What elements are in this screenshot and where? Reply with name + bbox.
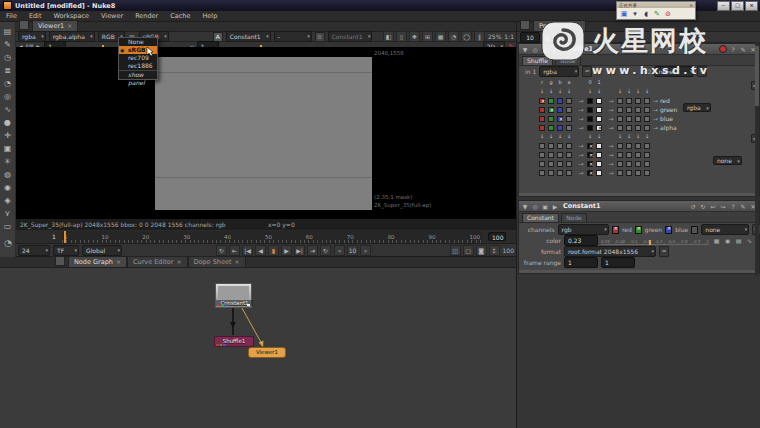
layers-icon[interactable]: ⊞ [422, 31, 433, 42]
shuffle-matrix-cell[interactable] [587, 152, 593, 158]
deep-icon[interactable]: ◍ [2, 169, 14, 181]
shuffle-matrix-cell[interactable] [557, 107, 563, 113]
shuffle-matrix-cell[interactable] [539, 143, 545, 149]
tab-properties[interactable]: Properties × [533, 20, 586, 31]
shuffle-matrix-cell[interactable] [596, 143, 602, 149]
shuffle-matrix-cell[interactable] [626, 125, 632, 131]
3d-icon[interactable]: ▣ [2, 143, 14, 155]
colorwheel-icon[interactable]: ◉ [723, 236, 732, 245]
node-viewer1[interactable]: Viewer1 [248, 347, 286, 358]
shuffle-matrix-cell[interactable] [548, 161, 554, 167]
clear-panels-icon[interactable]: ▭ [554, 33, 563, 42]
collapse-icon[interactable]: ▼ [521, 202, 529, 211]
checker-icon[interactable]: ❖ [409, 31, 420, 42]
share-menu-icon[interactable]: ▾ [631, 10, 639, 18]
pane-menu-icon[interactable] [19, 20, 29, 30]
tab-close-icon[interactable]: × [234, 258, 239, 266]
out2-dropdown[interactable]: none [713, 156, 742, 165]
shuffle-matrix-cell[interactable] [644, 161, 650, 167]
tab-close-icon[interactable]: × [176, 258, 181, 266]
inc-inc-icon[interactable]: » [360, 245, 371, 256]
timeline-end-field[interactable]: 100 [488, 232, 506, 241]
next-keyframe-icon[interactable]: ▶| [294, 245, 305, 256]
layer-dropdown[interactable]: rgba [18, 31, 46, 42]
shuffle-matrix-cell[interactable] [566, 143, 572, 149]
collapse-icon[interactable]: ▼ [521, 45, 529, 54]
frame-from-field[interactable]: 1 [564, 257, 598, 268]
format-dropdown[interactable]: root.format 2048x1556 [564, 246, 656, 257]
shuffle-matrix-cell[interactable] [626, 116, 632, 122]
metadata-icon[interactable]: ◈ [2, 195, 14, 207]
shuffle-matrix-cell[interactable] [644, 152, 650, 158]
cliptest-icon[interactable]: ◔ [448, 31, 459, 42]
tab-shuffle-node[interactable]: Node [555, 56, 581, 65]
tab-curve-editor[interactable]: Curve Editor × [127, 256, 188, 267]
tab-constant-node[interactable]: Node [561, 213, 587, 222]
minimize-button[interactable]: ─ [717, 1, 730, 11]
flipbook-icon[interactable]: ◫ [450, 245, 461, 256]
keyer-icon[interactable]: ∿ [2, 104, 14, 116]
node-shuffle1[interactable]: Shuffle1 [214, 336, 254, 347]
shuffle-matrix-cell[interactable] [539, 161, 545, 167]
channel-icon[interactable]: ≣ [2, 65, 14, 77]
menu-workspace[interactable]: Workspace [47, 12, 95, 20]
shuffle-matrix-cell[interactable] [539, 107, 545, 113]
roi-icon[interactable]: ▯ [396, 31, 407, 42]
reload-icon[interactable]: ↻ [699, 202, 707, 211]
range-mode-dropdown[interactable]: Global [82, 245, 122, 256]
menu-help[interactable]: Help [196, 12, 223, 20]
other-icon[interactable]: ▭ [2, 221, 14, 233]
out1-dropdown[interactable]: rgba [683, 103, 711, 112]
shuffle-matrix-cell[interactable] [644, 98, 650, 104]
views-icon[interactable]: ◉ [2, 182, 14, 194]
next-frame-icon[interactable]: ▶ [281, 245, 292, 256]
shuffle-matrix-cell[interactable] [644, 143, 650, 149]
time-icon[interactable]: ◷ [2, 52, 14, 64]
extra-channel-dropdown[interactable]: none [701, 224, 749, 235]
lut-menu-none[interactable]: None [119, 38, 157, 46]
extra-channel-checkbox[interactable] [691, 226, 698, 234]
image-icon[interactable]: ▤ [2, 26, 14, 38]
pixel-ratio[interactable]: 1:1 [504, 32, 514, 41]
in1-dropdown[interactable]: rgba [539, 66, 579, 77]
shuffle-matrix-cell[interactable] [596, 116, 602, 122]
timeline-ruler[interactable]: 1102030405060708090100 [62, 231, 482, 243]
input-b-dropdown[interactable]: Constant1 [328, 31, 373, 42]
fps-dropdown[interactable]: 24 [18, 245, 50, 256]
shuffle-matrix-cell[interactable] [596, 125, 602, 131]
shuffle-matrix-cell[interactable] [566, 152, 572, 158]
prev-frame-icon[interactable]: ◀ [255, 245, 266, 256]
node-menu-icon[interactable]: ▶ [551, 202, 559, 211]
tc-mode-dropdown[interactable]: TF [53, 245, 79, 256]
lock-range-icon[interactable]: ◙ [476, 245, 487, 256]
shuffle-matrix-cell[interactable] [617, 170, 623, 176]
tab-dope-sheet[interactable]: Dope Sheet × [188, 256, 246, 267]
menu-viewer[interactable]: Viewer [95, 12, 129, 20]
color-field[interactable]: 0.23 [564, 235, 598, 246]
in1-link-button[interactable]: = [582, 66, 592, 77]
float-panel-icon[interactable]: ▣ [541, 45, 549, 54]
shuffle-matrix-cell[interactable] [635, 125, 641, 131]
shuffle-matrix-cell[interactable] [617, 143, 623, 149]
node-constant1[interactable]: Constant1 [215, 283, 252, 308]
node-menu-icon[interactable]: ▶ [551, 45, 559, 54]
shuffle-matrix-cell[interactable] [626, 143, 632, 149]
wipe-icon[interactable]: ◧ [383, 31, 394, 42]
shuffle-matrix-cell[interactable] [635, 107, 641, 113]
shuffle-matrix-cell[interactable] [626, 170, 632, 176]
tab-viewer1[interactable]: Viewer1 × [32, 20, 78, 31]
shuffle-matrix-cell[interactable] [587, 170, 593, 176]
rgba-sliders-icon[interactable]: ▤ [734, 236, 743, 245]
shuffle-matrix-cell[interactable] [566, 98, 572, 104]
help-icon[interactable]: ? [729, 202, 737, 211]
shuffle-matrix-cell[interactable] [548, 125, 554, 131]
share-screen-icon[interactable]: ▣ [620, 10, 628, 18]
shuffle-matrix-cell[interactable] [617, 161, 623, 167]
share-stop-icon[interactable]: ⊘ [664, 10, 672, 18]
tab-close-icon[interactable]: × [67, 22, 72, 30]
shuffle-matrix-cell[interactable] [635, 116, 641, 122]
center-node-icon[interactable]: ◎ [531, 45, 539, 54]
shuffle-matrix-cell[interactable] [557, 143, 563, 149]
play-loop-icon[interactable]: ↻ [320, 245, 331, 256]
pane-menu-icon[interactable] [55, 256, 65, 266]
